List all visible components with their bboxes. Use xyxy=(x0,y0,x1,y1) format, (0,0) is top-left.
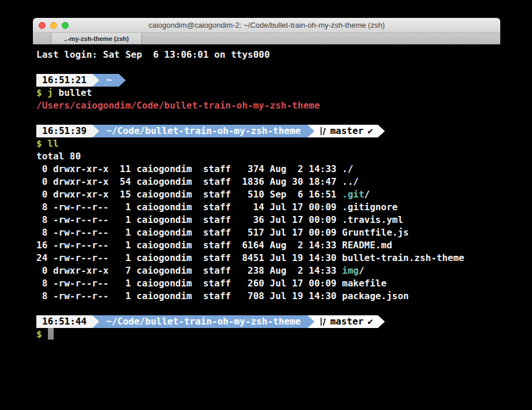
prompt-dollar: $ xyxy=(36,87,47,98)
powerline-separator-icon xyxy=(92,74,99,87)
prompt-git-segment: master ✔ xyxy=(314,125,377,137)
prompt-dir-segment: ~ xyxy=(99,74,119,87)
terminal-screen[interactable]: Last login: Sat Sep 6 13:06:01 on ttys00… xyxy=(33,45,500,410)
prompt-dir-segment: ~/Code/bullet-train-oh-my-zsh-theme xyxy=(99,315,308,328)
prompt-time-segment: 16:51:21 xyxy=(36,74,92,87)
output-path-line: /Users/caiogondim/Code/bullet-train-oh-m… xyxy=(36,99,500,112)
prompt-time-segment: 16:51:44 xyxy=(36,315,92,328)
prompt-line-3: 16:51:44 ~/Code/bullet-train-oh-my-zsh-t… xyxy=(36,315,500,328)
git-clean-check-icon: ✔ xyxy=(368,315,373,328)
powerline-separator-icon xyxy=(308,315,314,328)
command-text: j xyxy=(47,87,53,98)
file-listing-row: 0 drwxr-xr-x 7 caiogondim staff 238 Aug … xyxy=(36,264,500,277)
prompt-dollar: $ xyxy=(36,138,47,149)
file-listing-row: 0 drwxr-xr-x 54 caiogondim staff 1836 Au… xyxy=(36,176,500,188)
powerline-separator-icon xyxy=(92,315,99,328)
powerline-separator-icon xyxy=(308,125,314,137)
tab-zsh[interactable]: ..-my-zsh-theme (zsh) xyxy=(51,33,142,44)
listing-total-line: total 80 xyxy=(36,150,500,163)
command-text: ll xyxy=(47,138,58,149)
prompt-line-1: 16:51:21 ~ xyxy=(36,74,500,87)
git-clean-check-icon: ✔ xyxy=(368,125,373,137)
file-listing-row: 24 -rw-r--r-- 1 caiogondim staff 8451 Ju… xyxy=(36,252,500,264)
terminal-window: caiogondim@caiogondim-2: ~/Code/bullet-t… xyxy=(33,18,500,410)
command-line-2: $ ll xyxy=(36,137,500,150)
prompt-dollar: $ xyxy=(36,329,47,340)
prompt-dir-segment: ~/Code/bullet-train-oh-my-zsh-theme xyxy=(99,125,308,137)
window-title: caiogondim@caiogondim-2: ~/Code/bullet-t… xyxy=(33,21,500,29)
last-login-line: Last login: Sat Sep 6 13:06:01 on ttys00… xyxy=(36,49,500,61)
file-listing-row: 8 -rw-r--r-- 1 caiogondim staff 14 Jul 1… xyxy=(36,201,500,214)
file-listing-row: 8 -rw-r--r-- 1 caiogondim staff 36 Jul 1… xyxy=(36,214,500,226)
git-branch-icon xyxy=(319,317,326,326)
text-cursor xyxy=(48,328,54,340)
command-line-3: $ xyxy=(36,328,500,341)
command-line-1: $ j bullet xyxy=(36,87,500,99)
tab-bar: ..-my-zsh-theme (zsh) xyxy=(33,33,500,44)
file-listing-row: 16 -rw-r--r-- 1 caiogondim staff 6164 Au… xyxy=(36,239,500,252)
command-args: bullet xyxy=(53,87,92,98)
powerline-separator-icon xyxy=(92,125,99,137)
powerline-separator-icon xyxy=(119,74,126,87)
title-bar[interactable]: caiogondim@caiogondim-2: ~/Code/bullet-t… xyxy=(33,18,500,33)
git-branch-icon xyxy=(319,126,326,136)
file-listing: 0 drwxr-xr-x 11 caiogondim staff 374 Aug… xyxy=(36,163,500,303)
file-listing-row: 8 -rw-r--r-- 1 caiogondim staff 517 Jul … xyxy=(36,226,500,239)
file-listing-row: 0 drwxr-xr-x 15 caiogondim staff 510 Sep… xyxy=(36,188,500,201)
file-listing-row: 8 -rw-r--r-- 1 caiogondim staff 260 Jul … xyxy=(36,277,500,290)
git-branch-name: master xyxy=(330,125,364,137)
prompt-time-segment: 16:51:39 xyxy=(36,125,92,137)
git-branch-name: master xyxy=(330,315,364,328)
prompt-line-2: 16:51:39 ~/Code/bullet-train-oh-my-zsh-t… xyxy=(36,125,500,137)
powerline-separator-icon xyxy=(378,125,385,137)
file-listing-row: 0 drwxr-xr-x 11 caiogondim staff 374 Aug… xyxy=(36,163,500,176)
file-listing-row: 8 -rw-r--r-- 1 caiogondim staff 708 Jul … xyxy=(36,290,500,303)
powerline-separator-icon xyxy=(378,315,385,328)
prompt-git-segment: master ✔ xyxy=(314,315,377,328)
